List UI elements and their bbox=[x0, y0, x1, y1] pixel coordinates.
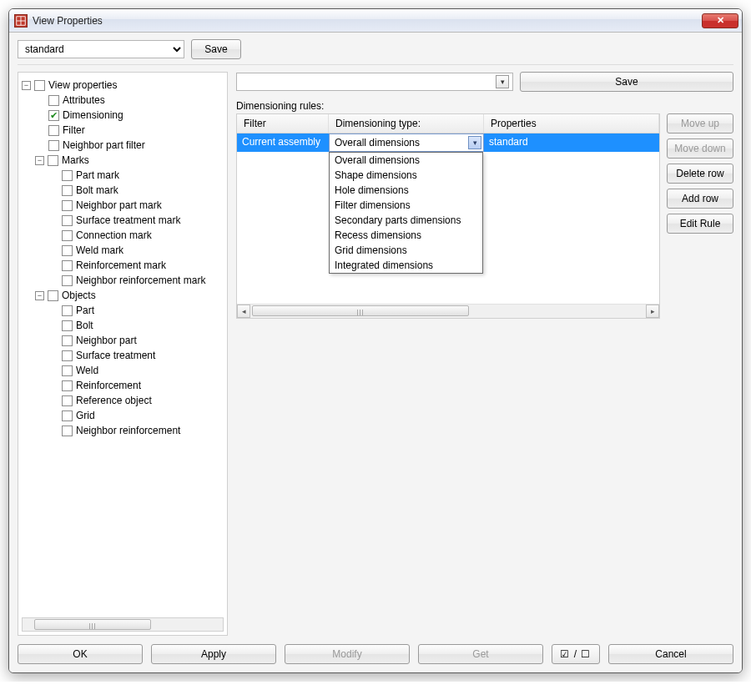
cell-filter[interactable]: Current assembly bbox=[237, 133, 329, 152]
tree-checkbox[interactable] bbox=[62, 365, 73, 376]
tree-item-connection-mark[interactable]: Connection mark bbox=[22, 228, 224, 243]
scroll-right-icon[interactable]: ▸ bbox=[646, 305, 659, 318]
dropdown-option[interactable]: Integrated dimensions bbox=[330, 258, 482, 273]
tree-checkbox[interactable] bbox=[62, 215, 73, 226]
tree-item-objects[interactable]: − Objects bbox=[22, 288, 224, 303]
chevron-down-icon: ▾ bbox=[496, 75, 509, 88]
rule-preset-select[interactable]: ▾ bbox=[236, 73, 513, 91]
close-button[interactable]: ✕ bbox=[702, 13, 738, 28]
tree-checkbox[interactable] bbox=[48, 140, 59, 151]
tree-item-reinforcement-mark[interactable]: Reinforcement mark bbox=[22, 258, 224, 273]
tree-item-marks[interactable]: − Marks bbox=[22, 153, 224, 168]
tree-item-reference-object[interactable]: Reference object bbox=[22, 393, 224, 408]
tree-item-surface-treatment[interactable]: Surface treatment bbox=[22, 348, 224, 363]
view-properties-window: View Properties ✕ standard Save − View p… bbox=[8, 8, 743, 673]
toggle-all-checkboxes-button[interactable]: ☑ / ☐ bbox=[552, 644, 600, 664]
tree-checkbox[interactable] bbox=[62, 200, 73, 211]
dropdown-option[interactable]: Shape dimensions bbox=[330, 168, 482, 183]
tree-checkbox[interactable] bbox=[62, 275, 73, 286]
tree-checkbox[interactable] bbox=[48, 290, 58, 301]
tree-checkbox[interactable] bbox=[62, 170, 73, 181]
expand-icon[interactable]: − bbox=[35, 291, 44, 300]
tree-checkbox[interactable] bbox=[62, 305, 73, 316]
right-panel: ▾ Save Dimensioning rules: Filter Dimens… bbox=[236, 72, 733, 636]
modify-button[interactable]: Modify bbox=[285, 644, 410, 664]
tree-item-weld[interactable]: Weld bbox=[22, 363, 224, 378]
expand-icon[interactable]: − bbox=[35, 156, 44, 165]
dropdown-option[interactable]: Grid dimensions bbox=[330, 243, 482, 258]
tree-hscrollbar[interactable]: ||| bbox=[22, 617, 224, 632]
move-up-button[interactable]: Move up bbox=[667, 113, 733, 133]
tree-checkbox[interactable] bbox=[62, 410, 73, 421]
dimensioning-type-dropdown[interactable]: Overall dimensions Shape dimensions Hole… bbox=[329, 152, 483, 274]
dropdown-option[interactable]: Overall dimensions bbox=[330, 153, 482, 168]
tree-item-part-mark[interactable]: Part mark bbox=[22, 168, 224, 183]
tree-checkbox[interactable] bbox=[62, 185, 73, 196]
tree-item-filter[interactable]: Filter bbox=[22, 123, 224, 138]
apply-button[interactable]: Apply bbox=[151, 644, 276, 664]
app-icon bbox=[14, 14, 28, 28]
tree-item-neighbor-part-mark[interactable]: Neighbor part mark bbox=[22, 198, 224, 213]
tree-item-surface-treatment-mark[interactable]: Surface treatment mark bbox=[22, 213, 224, 228]
tree-checkbox[interactable] bbox=[62, 245, 73, 256]
tree-checkbox[interactable] bbox=[62, 260, 73, 271]
dimensioning-type-select[interactable]: Overall dimensions ▾ bbox=[329, 133, 484, 152]
tree-item-neighbor-reinforcement-mark[interactable]: Neighbor reinforcement mark bbox=[22, 273, 224, 288]
tree-item-dimensioning[interactable]: Dimensioning bbox=[22, 108, 224, 123]
footer: OK Apply Modify Get ☑ / ☐ Cancel bbox=[18, 644, 733, 664]
tree-item-neighbor-part-filter[interactable]: Neighbor part filter bbox=[22, 138, 224, 153]
grid-header: Filter Dimensioning type: Properties bbox=[237, 114, 659, 133]
tree-item-part[interactable]: Part bbox=[22, 303, 224, 318]
cell-properties[interactable]: standard bbox=[484, 133, 659, 152]
tree-checkbox[interactable] bbox=[62, 230, 73, 241]
dropdown-option[interactable]: Recess dimensions bbox=[330, 228, 482, 243]
table-row[interactable]: Current assembly Overall dimensions ▾ Ov… bbox=[237, 133, 659, 152]
dropdown-option[interactable]: Secondary parts dimensions bbox=[330, 213, 482, 228]
ok-button[interactable]: OK bbox=[18, 644, 143, 664]
tree-checkbox[interactable] bbox=[62, 426, 73, 436]
delete-row-button[interactable]: Delete row bbox=[667, 164, 733, 184]
tree-item-attributes[interactable]: Attributes bbox=[22, 93, 224, 108]
add-row-button[interactable]: Add row bbox=[667, 189, 733, 209]
grid-hscrollbar[interactable]: ◂ ||| ▸ bbox=[237, 304, 659, 318]
tree-checkbox[interactable] bbox=[62, 320, 73, 331]
section-label: Dimensioning rules: bbox=[236, 100, 733, 112]
chevron-down-icon: ▾ bbox=[468, 136, 481, 149]
dropdown-option[interactable]: Hole dimensions bbox=[330, 183, 482, 198]
tree-checkbox[interactable] bbox=[62, 380, 73, 391]
tree-item-neighbor-part[interactable]: Neighbor part bbox=[22, 333, 224, 348]
scroll-left-icon[interactable]: ◂ bbox=[237, 305, 250, 318]
dropdown-option[interactable]: Filter dimensions bbox=[330, 198, 482, 213]
expand-icon[interactable]: − bbox=[22, 81, 31, 90]
tree-checkbox[interactable] bbox=[48, 155, 58, 166]
preset-select[interactable]: standard bbox=[18, 40, 184, 58]
save-button[interactable]: Save bbox=[191, 39, 241, 59]
tree-item-grid[interactable]: Grid bbox=[22, 408, 224, 423]
cancel-button[interactable]: Cancel bbox=[608, 644, 733, 664]
tree-item-reinforcement[interactable]: Reinforcement bbox=[22, 378, 224, 393]
tree-item-bolt-mark[interactable]: Bolt mark bbox=[22, 183, 224, 198]
tree-item-bolt[interactable]: Bolt bbox=[22, 318, 224, 333]
tree-root[interactable]: − View properties bbox=[22, 78, 224, 93]
save-rules-button[interactable]: Save bbox=[520, 72, 733, 92]
edit-rule-button[interactable]: Edit Rule bbox=[667, 214, 733, 234]
tree-checkbox[interactable] bbox=[62, 335, 73, 346]
tree-checkbox[interactable] bbox=[34, 80, 45, 91]
get-button[interactable]: Get bbox=[418, 644, 543, 664]
tree-checkbox[interactable] bbox=[48, 110, 59, 121]
tree-checkbox[interactable] bbox=[48, 95, 59, 106]
tree-panel[interactable]: − View properties Attributes Dimensionin… bbox=[18, 72, 228, 636]
cell-type[interactable]: Overall dimensions ▾ Overall dimensions … bbox=[329, 133, 484, 152]
tree-item-neighbor-reinforcement[interactable]: Neighbor reinforcement bbox=[22, 423, 224, 438]
titlebar: View Properties ✕ bbox=[9, 9, 742, 33]
tree-checkbox[interactable] bbox=[48, 125, 59, 136]
move-down-button[interactable]: Move down bbox=[667, 138, 733, 159]
col-header-properties[interactable]: Properties bbox=[484, 114, 659, 133]
tree-item-weld-mark[interactable]: Weld mark bbox=[22, 243, 224, 258]
rules-grid[interactable]: Filter Dimensioning type: Properties Cur… bbox=[236, 113, 660, 319]
tree-checkbox[interactable] bbox=[62, 350, 73, 361]
preset-row: standard Save bbox=[18, 39, 733, 65]
col-header-filter[interactable]: Filter bbox=[237, 114, 329, 133]
col-header-type[interactable]: Dimensioning type: bbox=[329, 114, 484, 133]
tree-checkbox[interactable] bbox=[62, 395, 73, 406]
